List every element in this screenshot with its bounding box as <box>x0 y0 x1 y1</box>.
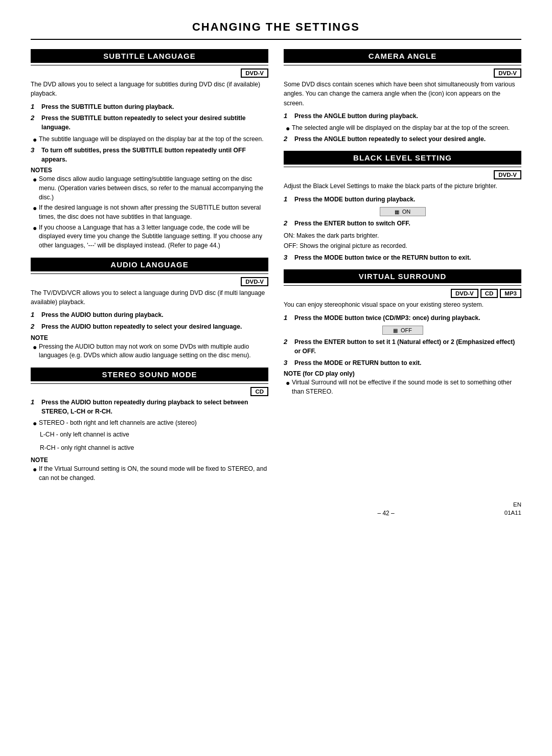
stereo-bullet1-text: STEREO - both right and left channels ar… <box>39 419 197 428</box>
subtitle-note2-dot: ● <box>33 203 39 213</box>
black-level-screen-on: ▦ ON <box>380 207 426 216</box>
black-step2-text: Press the ENTER button to switch OFF. <box>294 219 410 228</box>
virtual-surround-screen-off: ▦ OFF <box>382 326 423 335</box>
subtitle-notes-label: NOTES <box>31 167 268 174</box>
virtual-note-label: NOTE (for CD play only) <box>284 370 521 377</box>
subtitle-note1-dot: ● <box>33 175 39 184</box>
virtual-surround-badge3: MP3 <box>500 289 521 298</box>
stereo-bullet1-dot: ● <box>33 419 39 428</box>
camera-bullet1-dot: ● <box>286 124 292 133</box>
audio-language-intro: The TV/DVD/VCR allows you to select a la… <box>31 288 268 307</box>
subtitle-bullet1-text: The subtitle language will be displayed … <box>39 135 264 144</box>
virtual-note1-dot: ● <box>286 378 292 387</box>
audio-step1-text: Press the AUDIO button during playback. <box>41 311 164 320</box>
subtitle-language-header: SUBTITLE LANGUAGE <box>31 49 268 63</box>
subtitle-step1-num: 1 <box>31 103 39 110</box>
subtitle-step1-text: Press the SUBTITLE button during playbac… <box>41 103 174 112</box>
subtitle-bullet1-dot: ● <box>33 135 39 144</box>
black-step2-num: 2 <box>284 219 292 227</box>
virtual-surround-badge1: DVD-V <box>451 289 478 298</box>
camera-bullet1-text: The selected angle will be displayed on … <box>292 124 510 133</box>
audio-language-badge: DVD-V <box>241 277 268 286</box>
audio-step2-text: Press the AUDIO button repeatedly to sel… <box>41 323 242 332</box>
virtual-step1-num: 1 <box>284 314 292 322</box>
camera-step1-text: Press the ANGLE button during playback. <box>294 112 418 121</box>
virtual-surround-header: VIRTUAL SURROUND <box>284 269 521 283</box>
stereo-sound-badge: CD <box>250 387 268 396</box>
audio-step1-num: 1 <box>31 311 39 318</box>
screen-icon-off: ▦ <box>393 328 398 333</box>
stereo-step1-num: 1 <box>31 398 39 406</box>
subtitle-step2-num: 2 <box>31 114 39 122</box>
stereo-note1-dot: ● <box>33 465 39 474</box>
camera-step1-num: 1 <box>284 112 292 120</box>
virtual-step2-num: 2 <box>284 338 292 346</box>
audio-note1-text: Pressing the AUDIO button may not work o… <box>39 342 268 360</box>
subtitle-note3-dot: ● <box>33 223 39 233</box>
black-off-text: OFF: Shows the original picture as recor… <box>284 241 521 250</box>
virtual-step3-num: 3 <box>284 359 292 366</box>
black-step3-num: 3 <box>284 254 292 261</box>
stereo-rch-text: R-CH - only right channel is active <box>31 443 268 452</box>
subtitle-step2-text: Press the SUBTITLE button repeatedly to … <box>41 114 268 132</box>
audio-step2-num: 2 <box>31 323 39 330</box>
black-step1-text: Press the MODE button during playback. <box>294 195 415 204</box>
audio-note-label: NOTE <box>31 334 268 341</box>
audio-language-header: AUDIO LANGUAGE <box>31 258 268 271</box>
virtual-step1-text: Press the MODE button twice (CD/MP3: onc… <box>294 314 480 323</box>
camera-angle-intro: Some DVD discs contain scenes which have… <box>284 80 521 108</box>
virtual-surround-badge2: CD <box>480 289 498 298</box>
footer-lang: EN <box>513 501 521 508</box>
virtual-step2-text: Press the ENTER button to set it 1 (Natu… <box>294 338 521 356</box>
subtitle-language-intro: The DVD allows you to select a language … <box>31 80 268 99</box>
stereo-note1-text: If the Virtual Surround setting is ON, t… <box>39 465 268 483</box>
camera-step2-text: Press the ANGLE button repeatedly to sel… <box>294 135 486 144</box>
subtitle-language-badge: DVD-V <box>241 68 268 78</box>
subtitle-note2-text: If the desired language is not shown aft… <box>39 203 268 221</box>
black-level-header: BLACK LEVEL SETTING <box>284 151 521 165</box>
black-on-text: ON: Makes the dark parts brighter. <box>284 231 521 240</box>
black-level-badge: DVD-V <box>494 170 521 179</box>
camera-angle-header: CAMERA ANGLE <box>284 49 521 63</box>
subtitle-note1-text: Some discs allow audio language setting/… <box>39 175 268 202</box>
camera-step2-num: 2 <box>284 135 292 143</box>
screen-icon-on: ▦ <box>395 209 399 215</box>
stereo-note-label: NOTE <box>31 456 268 464</box>
footer-code: 01A11 <box>504 510 521 516</box>
virtual-surround-intro: You can enjoy stereophonic visual space … <box>284 300 521 309</box>
stereo-step1-text: Press the AUDIO button repeatedly during… <box>41 398 268 416</box>
page-title: CHANGING THE SETTINGS <box>31 20 521 34</box>
screen-off-label: OFF <box>401 327 412 333</box>
black-step3-text: Press the MODE button twice or the RETUR… <box>294 254 471 263</box>
black-level-intro: Adjust the Black Level Settings to make … <box>284 181 521 191</box>
subtitle-step3-num: 3 <box>31 146 39 154</box>
stereo-lch-text: L-CH - only left channel is active <box>31 430 268 439</box>
subtitle-note3-text: If you choose a Language that has a 3 le… <box>39 223 268 250</box>
screen-on-label: ON <box>402 209 411 215</box>
virtual-note1-text: Virtual Surround will not be effective i… <box>292 378 521 396</box>
virtual-step3-text: Press the MODE or RETURN button to exit. <box>294 359 422 368</box>
stereo-sound-header: STEREO SOUND MODE <box>31 368 268 381</box>
audio-note1-dot: ● <box>33 342 39 352</box>
camera-angle-badge: DVD-V <box>494 68 521 78</box>
subtitle-step3-text: To turn off subtitles, press the SUBTITL… <box>41 146 268 164</box>
footer-page-number: – 42 – <box>267 510 504 517</box>
black-step1-num: 1 <box>284 195 292 203</box>
